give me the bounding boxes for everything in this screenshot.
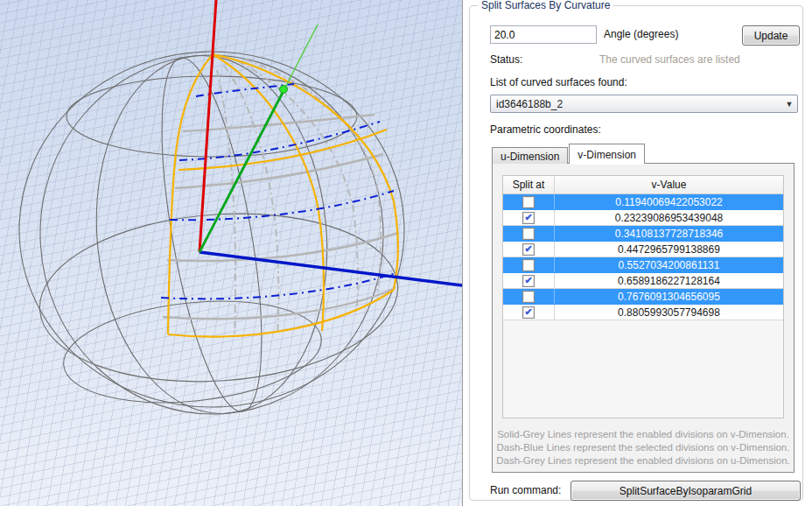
app-window: Split Surfaces By Curvature Angle (degre…: [0, 0, 812, 506]
sphere-meridian: [142, 51, 282, 418]
sphere-wireframe: [19, 46, 404, 423]
split-at-cell: [503, 257, 555, 272]
sphere-meridian: [32, 46, 393, 423]
update-button[interactable]: Update: [742, 25, 800, 46]
viewport-3d[interactable]: [0, 0, 462, 506]
table-row[interactable]: ✔0.4472965799138869: [503, 242, 783, 257]
angle-label: Angle (degrees): [604, 28, 678, 40]
patch-left-meridian: [168, 54, 213, 334]
checkbox-checked[interactable]: ✔: [522, 275, 535, 287]
run-command-label: Run command:: [490, 484, 561, 496]
split-at-cell: ✔: [503, 210, 555, 225]
axis-x-blue: [200, 252, 462, 285]
patch-lower-latitude: [168, 290, 394, 337]
v-division-enabled-arcs: [163, 115, 398, 319]
surface-dropdown[interactable]: id3646188b_2 ▼: [490, 95, 798, 113]
split-at-cell: [503, 289, 555, 304]
checkbox-unchecked[interactable]: [522, 228, 535, 240]
v-value-cell[interactable]: 0.4472965799138869: [555, 242, 783, 257]
status-value: The curved surfaces are listed: [599, 53, 740, 66]
checkbox-unchecked[interactable]: [522, 259, 535, 271]
checkbox-checked[interactable]: ✔: [522, 306, 535, 319]
v-dimension-tabpanel: Split at v-Value 0.11940069422053022✔0.2…: [492, 163, 794, 473]
v-value-cell[interactable]: 0.11940069422053022: [555, 194, 783, 209]
u-division-arc: [245, 60, 381, 292]
split-at-cell: [503, 194, 555, 209]
run-command-button[interactable]: SplitSurfaceByIsoparamGrid: [570, 481, 801, 501]
table-row[interactable]: ✔0.6589186227128164: [503, 273, 783, 289]
surface-list-label: List of curved surfaces found:: [490, 76, 627, 88]
curvature-groupbox: Split Surfaces By Curvature Angle (degre…: [469, 5, 803, 501]
legend-note: Dash-Grey Lines represent the enabled di…: [493, 455, 794, 466]
v-value-cell[interactable]: 0.7676091304656095: [555, 289, 783, 304]
patch-upper-latitude: [178, 130, 387, 170]
table-row[interactable]: ✔0.23239086953439048: [503, 210, 783, 226]
legend-notes: Solid-Grey Lines represent the enabled d…: [493, 426, 794, 468]
split-at-cell: ✔: [503, 273, 555, 288]
split-at-cell: [503, 226, 555, 241]
sphere-latitude: [59, 290, 326, 414]
dimension-tabs: u-Dimension v-Dimension: [492, 144, 646, 164]
v-value-cell[interactable]: 0.6589186227128164: [555, 273, 783, 288]
vertex-marker[interactable]: [280, 86, 288, 94]
split-at-cell: ✔: [503, 305, 555, 320]
column-header-split-at[interactable]: Split at: [503, 176, 555, 193]
column-header-v-value[interactable]: v-Value: [555, 176, 783, 193]
angle-input[interactable]: [490, 25, 597, 44]
control-panel: Split Surfaces By Curvature Angle (degre…: [462, 0, 812, 506]
table-empty-area: [503, 320, 783, 418]
v-value-cell[interactable]: 0.5527034200861131: [555, 257, 783, 272]
checkbox-unchecked[interactable]: [522, 291, 535, 303]
checkbox-unchecked[interactable]: [522, 196, 535, 208]
table-row[interactable]: 0.34108137728718346: [503, 226, 783, 242]
v-value-cell[interactable]: 0.8805993057794698: [555, 305, 783, 320]
v-value-cell[interactable]: 0.34108137728718346: [555, 226, 783, 241]
parametric-label: Parametric coordinates:: [490, 123, 601, 136]
legend-note: Dash-Blue Lines represent the selected d…: [493, 442, 794, 453]
axis-y-green: [200, 88, 285, 252]
table-body: 0.11940069422053022✔0.232390869534390480…: [503, 194, 783, 320]
chevron-down-icon: ▼: [781, 100, 797, 109]
table-row[interactable]: 0.11940069422053022: [503, 194, 783, 210]
checkbox-checked[interactable]: ✔: [522, 243, 535, 256]
sphere-latitude: [34, 202, 403, 393]
table-header: Split at v-Value: [503, 176, 783, 194]
table-row[interactable]: 0.5527034200861131: [503, 257, 783, 273]
checkbox-checked[interactable]: ✔: [522, 212, 535, 224]
legend-note: Solid-Grey Lines represent the enabled d…: [493, 429, 794, 439]
v-value-cell[interactable]: 0.23239086953439048: [555, 210, 783, 225]
groupbox-title: Split Surfaces By Curvature: [478, 0, 613, 11]
table-row[interactable]: 0.7676091304656095: [503, 289, 783, 305]
u-division-arcs: [217, 60, 381, 337]
split-at-cell: ✔: [503, 242, 555, 257]
surface-dropdown-value: id3646188b_2: [491, 98, 781, 110]
sphere-latitude: [66, 76, 357, 157]
table-row[interactable]: ✔0.8805993057794698: [503, 305, 783, 320]
origin-axes: [200, 0, 462, 285]
u-division-arc: [238, 61, 358, 315]
v-value-table: Split at v-Value 0.11940069422053022✔0.2…: [502, 175, 784, 418]
status-label: Status:: [490, 53, 522, 66]
tab-v-dimension[interactable]: v-Dimension: [569, 144, 645, 164]
tab-u-dimension[interactable]: u-Dimension: [492, 147, 568, 164]
sphere-scene: [0, 0, 462, 506]
